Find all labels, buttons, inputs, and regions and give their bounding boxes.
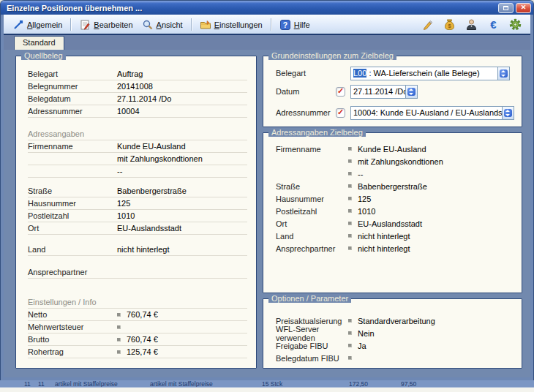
- svg-text:€: €: [490, 18, 497, 31]
- menu-label: Hilfe: [294, 20, 310, 29]
- value-bullet: [348, 331, 352, 335]
- menu-einstellungen[interactable]: Einstellungen: [195, 18, 267, 32]
- field-row: StraßeBabenbergerstraße: [28, 185, 247, 197]
- money-bag-icon[interactable]: $: [443, 18, 456, 31]
- value-bullet: [348, 159, 352, 163]
- belegart-combobox[interactable]: L00 : WA-Lieferschein (alle Belege): [350, 67, 510, 80]
- field-row: Belegnummer20141008: [28, 80, 247, 93]
- magnifier-icon: [142, 19, 154, 31]
- background-table-row: 11 11 artikel mit Staffelpreise artikel …: [0, 380, 534, 388]
- field-row: OrtEU-Auslandsstadt: [276, 217, 514, 230]
- pen-icon[interactable]: [421, 18, 434, 31]
- tab-standard[interactable]: Standard: [14, 36, 64, 50]
- panel-legend: Grundeinstellungen zum Zielbeleg: [268, 51, 396, 60]
- field-row: Ansprechpartnernicht hinterlegt: [276, 242, 514, 255]
- value-bullet: [348, 319, 352, 323]
- field-row: FirmennameKunde EU-Ausland: [276, 143, 514, 155]
- close-icon: ✕: [521, 4, 527, 11]
- value-bullet: [348, 246, 352, 250]
- field-row: BelegartAuftrag: [28, 68, 247, 80]
- panel-legend: Adressangaben Zielbeleg: [268, 128, 366, 137]
- toolbar-separator: [271, 18, 271, 31]
- menu-hilfe[interactable]: ? Hilfe: [275, 18, 315, 32]
- menu-label: Bearbeiten: [94, 20, 132, 29]
- field-row: Landnicht hinterlegt: [276, 230, 514, 242]
- field-row: --: [276, 167, 514, 180]
- belegart-spinner[interactable]: [497, 67, 509, 80]
- value-bullet: [348, 184, 352, 188]
- menu-bearbeiten[interactable]: Bearbeiten: [75, 18, 137, 32]
- datum-spinner[interactable]: [405, 86, 417, 98]
- field-row: Postleitzahl1010: [28, 210, 247, 222]
- field-row: Ansprechpartner: [28, 266, 247, 279]
- value-bullet: [117, 325, 121, 329]
- menu-allgemein[interactable]: Allgemein: [8, 18, 67, 32]
- field-row: Postleitzahl1010: [276, 205, 514, 217]
- datum-field[interactable]: 27.11.2014 /Do: [350, 85, 418, 99]
- field-row: Netto760,74 €: [28, 309, 247, 321]
- section-header: Adressangaben: [28, 128, 247, 140]
- panel-adressangaben-zielbeleg: Adressangaben Zielbeleg FirmennameKunde …: [263, 132, 522, 293]
- menu-label: Allgemein: [27, 20, 62, 29]
- value-bullet: [348, 147, 352, 151]
- toolbar-separator: [70, 18, 71, 31]
- menu-ansicht[interactable]: Ansicht: [138, 18, 187, 32]
- field-row: Landnicht hinterlegt: [28, 244, 247, 256]
- restore-icon: [503, 6, 508, 10]
- gear-icon[interactable]: [509, 18, 522, 31]
- field-row: Mehrwertsteuer: [28, 321, 247, 333]
- euro-icon[interactable]: €: [487, 18, 500, 31]
- dialog-window: Einzelne Positionen übernehmen ... ✕ All…: [0, 0, 534, 380]
- field-row: Belegdatum27.11.2014 /Do: [28, 93, 247, 105]
- field-row: FirmennameKunde EU-Ausland: [28, 140, 247, 153]
- adressnummer-spinner[interactable]: [502, 107, 514, 119]
- background-window-fragment: 11 11 artikel mit Staffelpreise artikel …: [0, 380, 534, 392]
- panel-optionen-parameter: Optionen / Parameter PreisaktualsierungS…: [263, 298, 522, 369]
- adressnummer-checkbox[interactable]: [336, 108, 345, 118]
- help-icon: ?: [279, 19, 291, 31]
- field-row: Brutto760,74 €: [28, 333, 247, 346]
- adressnummer-field[interactable]: 10004: Kunde EU-Ausland / EU-Auslandssta…: [350, 106, 514, 120]
- updown-icon: [500, 69, 508, 78]
- value-bullet: [117, 338, 121, 342]
- value-bullet: [348, 197, 352, 200]
- arrow-icon: [12, 19, 24, 31]
- window-body: Allgemein Bearbeiten Ansicht: [4, 15, 530, 377]
- field-row: mit Zahlungskondtionen: [276, 155, 514, 167]
- svg-text:?: ?: [282, 20, 287, 29]
- dialog-content: Quellbeleg BelegartAuftrag Belegnummer20…: [4, 50, 530, 377]
- tab-strip: Standard: [4, 34, 530, 50]
- restore-button[interactable]: [498, 3, 514, 13]
- value-bullet: [117, 350, 121, 354]
- field-row: Freigabe FIBUJa: [276, 339, 514, 352]
- titlebar[interactable]: Einzelne Positionen übernehmen ... ✕: [1, 1, 533, 15]
- field-row: WFL-Server verwendenNein: [276, 327, 514, 339]
- person-icon[interactable]: [465, 18, 478, 31]
- section-header: Einstellungen / Info: [28, 296, 247, 309]
- datum-row: Datum 27.11.2014 /Do: [276, 84, 514, 99]
- field-row: OrtEU-Auslandsstadt: [28, 222, 247, 235]
- updown-icon: [504, 109, 512, 117]
- updown-icon: [407, 88, 415, 96]
- field-row: Rohertrag125,74 €: [28, 346, 247, 358]
- folder-settings-icon: [200, 19, 211, 31]
- menu-label: Ansicht: [157, 20, 183, 29]
- datum-checkbox[interactable]: [336, 87, 345, 97]
- value-bullet: [348, 172, 352, 176]
- panel-quellbeleg: Quellbeleg BelegartAuftrag Belegnummer20…: [15, 56, 257, 369]
- field-row: Hausnummer125: [28, 197, 247, 210]
- value-bullet: [348, 356, 352, 360]
- adressnummer-row: Adressnummer 10004: Kunde EU-Ausland / E…: [276, 105, 514, 120]
- panel-legend: Optionen / Parameter: [268, 294, 351, 303]
- selected-code: L00: [353, 69, 366, 78]
- panel-grundeinstellungen: Grundeinstellungen zum Zielbeleg Belegar…: [263, 56, 522, 127]
- toolbar: Allgemein Bearbeiten Ansicht: [4, 15, 530, 34]
- right-column: Grundeinstellungen zum Zielbeleg Belegar…: [263, 56, 522, 369]
- field-row: StraßeBabenbergerstraße: [276, 180, 514, 192]
- close-button[interactable]: ✕: [516, 3, 531, 13]
- field-row: mit Zahlungskondtionen: [28, 153, 247, 165]
- menu-label: Einstellungen: [214, 20, 263, 29]
- field-row: Hausnummer125: [276, 192, 514, 205]
- panel-legend: Quellbeleg: [21, 51, 66, 60]
- field-row: Adressnummer10004: [28, 105, 247, 118]
